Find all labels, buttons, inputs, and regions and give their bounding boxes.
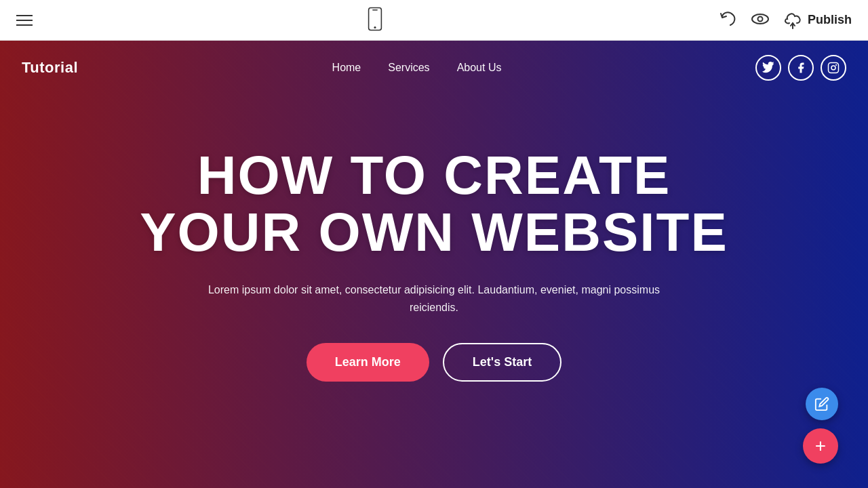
publish-button[interactable]: Publish [783,11,852,30]
plus-icon: + [815,436,826,455]
site-navigation: Tutorial Home Services About Us [0,41,868,95]
site-logo: Tutorial [22,59,78,77]
twitter-button[interactable] [755,55,781,81]
toolbar-right: Publish [718,9,852,31]
hero-subtitle: Lorem ipsum dolor sit amet, consectetur … [197,281,671,316]
nav-link-home[interactable]: Home [332,62,361,74]
hero-buttons: Learn More Let's Start [54,343,814,382]
hero-title-line1: HOW TO CREATE [197,145,671,205]
hero-title-line2: YOUR OWN WEBSITE [140,202,728,262]
site-nav-links: Home Services About Us [332,62,502,74]
fab-edit-button[interactable] [806,388,838,420]
nav-link-services[interactable]: Services [388,62,429,74]
svg-point-7 [831,66,835,70]
hero-title: HOW TO CREATE YOUR OWN WEBSITE [54,147,814,261]
hero-content: HOW TO CREATE YOUR OWN WEBSITE Lorem ips… [0,147,868,382]
publish-label: Publish [808,13,852,27]
toolbar-center [366,7,384,34]
learn-more-button[interactable]: Learn More [307,343,429,382]
nav-link-about[interactable]: About Us [457,62,502,74]
undo-icon[interactable] [718,9,737,31]
instagram-button[interactable] [821,55,846,81]
fab-add-button[interactable]: + [803,428,838,464]
svg-point-8 [836,65,837,66]
svg-point-1 [374,26,376,28]
lets-start-button[interactable]: Let's Start [443,343,561,382]
eye-icon[interactable] [751,9,770,31]
phone-icon[interactable] [366,7,384,34]
website-preview: Tutorial Home Services About Us [0,41,868,488]
publish-cloud-icon [783,11,802,30]
toolbar-left [16,15,33,26]
svg-rect-6 [828,63,838,73]
toolbar: Publish [0,0,868,41]
hamburger-icon[interactable] [16,15,33,26]
svg-point-4 [757,16,762,21]
facebook-button[interactable] [788,55,814,81]
site-nav-social [755,55,846,81]
svg-point-3 [752,14,768,24]
